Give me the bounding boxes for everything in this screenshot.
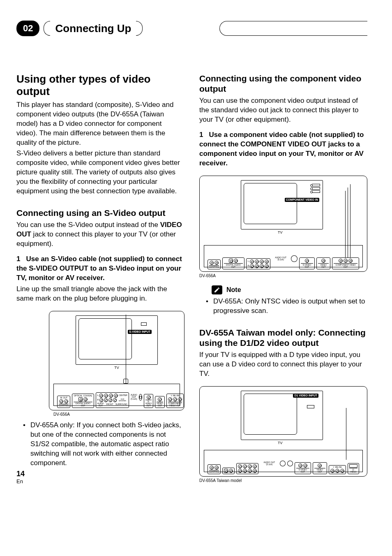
player-back-panel: CONTROL DIGITAL AUDIO OUT L R AUDIO OUT … [204, 245, 363, 267]
paragraph: If your TV is equipped with a D type vid… [199, 350, 367, 379]
tv-box: S-VIDEO INPUT [76, 315, 158, 365]
section-heading-video-output: Using other types of video output [16, 73, 184, 98]
tv-caption: TV [53, 366, 180, 370]
paragraph: You can use the S-Video output instead o… [16, 220, 184, 249]
paragraph: You can use the component video output i… [199, 96, 367, 125]
paragraph: S-Video delivers a better picture than s… [16, 149, 184, 196]
step-text: Use an S-Video cable (not supplied) to c… [16, 255, 182, 282]
text: You can use the S-Video output instead o… [16, 221, 160, 229]
step-number: 1 [16, 255, 20, 264]
diagram-caption: DV-656A [199, 273, 367, 278]
note-label: Note [226, 286, 241, 294]
subheading-svideo: Connecting using an S-Video output [16, 208, 184, 218]
pencil-note-icon [212, 285, 222, 294]
header-right-capsule [219, 21, 367, 36]
tv-input-badge: S-VIDEO INPUT [128, 330, 152, 334]
left-column: Using other types of video output This p… [16, 73, 184, 483]
text: jack to connect this player to your TV (… [16, 230, 176, 248]
right-column: Connecting using the component video out… [199, 73, 367, 483]
subheading-d1d2: DV-655A Taiwan model only: Connecting us… [199, 327, 367, 348]
player-back-panel: INOUT CONTROL OPTICALCOAXIAL DIGITAL AUD… [53, 384, 180, 406]
subheading-component: Connecting using the component video out… [199, 73, 367, 94]
tv-box: COMPONENT VIDEO IN [241, 180, 323, 229]
step-1-svideo: 1Use an S-Video cable (not supplied) to … [16, 255, 184, 283]
tv-input-badge: D1 VIDEO INPUT [293, 394, 318, 398]
diagram-component: COMPONENT VIDEO IN TV CONTROL DIGITAL AU… [199, 176, 367, 272]
step-text: Use a component video cable (not supplie… [199, 131, 364, 167]
page-footer: 14 En [16, 470, 25, 484]
step-1-component: 1Use a component video cable (not suppli… [199, 130, 367, 168]
note-row: Note [212, 285, 367, 294]
page-language: En [16, 478, 25, 484]
paragraph: Line up the small triangle above the jac… [16, 285, 184, 303]
step-number: 1 [199, 130, 203, 140]
player-back-panel: CONTROL AUDIO OUT (5.1ch) S-VIDEO OUT VI… [204, 450, 363, 472]
chapter-title-capsule: Connecting Up [44, 21, 143, 36]
bullet-svideo-note: DV-655A only: If you connect both S-vide… [30, 421, 184, 468]
tv-input-badge: COMPONENT VIDEO IN [285, 198, 319, 202]
tv-box: D1 VIDEO INPUT [241, 391, 323, 440]
diagram-caption: DV-655A Taiwan model [199, 478, 367, 483]
chapter-header: 02 Connecting Up [16, 21, 367, 36]
tv-caption: TV [278, 441, 363, 445]
diagram-caption: DV-656A [53, 412, 184, 417]
chapter-number-badge: 02 [16, 21, 39, 36]
chapter-title: Connecting Up [50, 22, 136, 35]
paragraph: This player has standard (composite), S-… [16, 100, 184, 148]
page-number: 14 [16, 470, 25, 478]
diagram-svideo: S-VIDEO INPUT TV INOUT [49, 311, 184, 410]
diagram-d1d2: D1 VIDEO INPUT TV CONTROL [199, 386, 367, 477]
note-bullet: DV-655A: Only NTSC video is output when … [213, 297, 367, 316]
